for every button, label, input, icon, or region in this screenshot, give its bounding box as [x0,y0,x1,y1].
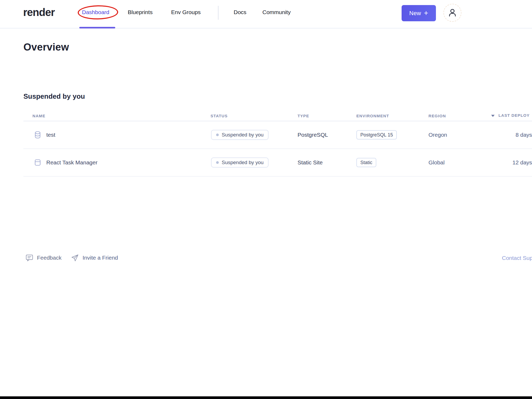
new-button-label: New [409,10,421,17]
active-tab-indicator [79,27,115,28]
table-header-row: NAME STATUS TYPE ENVIRONMENT REGION LAST… [23,112,532,121]
service-last-deploy: 8 days ago [463,132,532,138]
feedback-link[interactable]: Feedback [25,254,61,262]
column-header-last-deploy-label: LAST DEPLOY [498,113,530,118]
column-header-last-deploy[interactable]: LAST DEPLOY [491,113,530,118]
nav-item-community[interactable]: Community [262,9,291,15]
column-header-status[interactable]: STATUS [211,114,228,118]
status-badge: Suspended by you [211,157,269,168]
column-header-name[interactable]: NAME [32,114,46,118]
service-type: PostgreSQL [298,132,328,138]
nav-item-blueprints[interactable]: Blueprints [128,9,152,15]
nav-item-env-groups[interactable]: Env Groups [171,9,201,15]
invite-a-friend-link[interactable]: Invite a Friend [71,254,118,262]
render-logo[interactable]: render [23,6,55,18]
table-row-test[interactable]: test Suspended by you PostgreSQL Postgre… [23,121,532,149]
nav-item-docs[interactable]: Docs [234,9,246,15]
services-table: NAME STATUS TYPE ENVIRONMENT REGION LAST… [23,112,532,177]
top-nav: render Dashboard Blueprints Env Groups D… [0,0,532,28]
invite-link-label: Invite a Friend [83,255,118,261]
status-dot-icon [216,161,219,164]
status-badge: Suspended by you [211,130,269,140]
service-region: Global [428,159,445,166]
environment-badge: Static [356,158,376,167]
column-header-region[interactable]: REGION [428,114,446,118]
service-name: React Task Manager [46,159,97,166]
section-title-suspended: Suspended by you [23,92,85,101]
feedback-link-label: Feedback [37,255,61,261]
sort-desc-icon [491,114,495,117]
user-icon [447,8,457,18]
render-dashboard-screen: render Dashboard Blueprints Env Groups D… [0,0,532,399]
column-header-environment[interactable]: ENVIRONMENT [356,114,389,118]
service-last-deploy: 12 days ago [463,159,532,166]
page-title: Overview [23,41,69,53]
nav-item-dashboard[interactable]: Dashboard [82,9,109,15]
feedback-bubble-icon [25,254,34,262]
user-menu-button[interactable] [443,4,461,22]
nav-divider [218,6,218,20]
status-dot-icon [216,134,219,136]
service-type: Static Site [298,159,323,166]
bottom-black-bar [0,396,532,399]
status-badge-label: Suspended by you [222,132,263,138]
contact-support-link[interactable]: Contact Support [502,255,532,261]
service-region: Oregon [428,132,447,138]
static-site-icon [34,159,41,166]
table-row-react-task-manager[interactable]: React Task Manager Suspended by you Stat… [23,149,532,177]
column-header-type[interactable]: TYPE [298,114,309,118]
database-icon [34,131,41,139]
paper-plane-icon [71,254,79,262]
service-name: test [46,132,55,138]
new-button[interactable]: New + [402,5,436,21]
environment-badge: PostgreSQL 15 [356,130,397,140]
footer-links: Feedback Invite a Friend [25,253,118,263]
plus-icon: + [424,9,428,17]
status-badge-label: Suspended by you [222,160,263,165]
